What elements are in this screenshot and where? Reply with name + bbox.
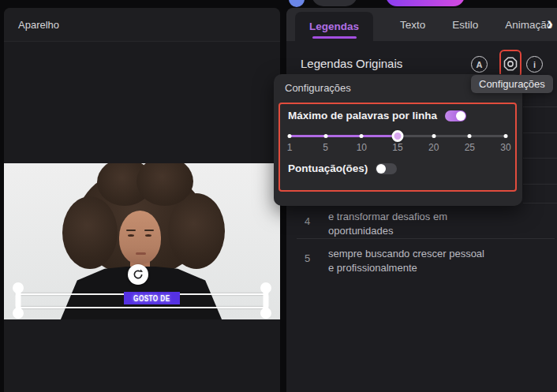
max-words-label: Máximo de palavras por linha [288,110,437,121]
tab-label: Texto [400,19,425,31]
tab-legendas[interactable]: Legendas [295,12,373,41]
bone-handle-icon [12,282,24,319]
export-button[interactable] [386,0,465,6]
list-divider [523,158,557,159]
subject-face-detail [136,252,146,255]
caption-overlay[interactable]: GOSTO DE [124,292,180,304]
list-divider [523,184,557,185]
tab-label: Animação [505,19,552,31]
more-tabs-chevron-icon[interactable]: › [547,15,553,33]
caption-row-text: sempre buscando crescer pessoal e profis… [328,246,484,274]
punctuation-row: Pontuação(ões) [288,162,397,174]
list-divider [523,133,557,133]
max-words-slider[interactable] [290,130,506,143]
preview-panel: Aparelho [4,8,280,392]
tab-texto[interactable]: Texto [400,8,425,41]
preview-panel-title: Aparelho [18,19,59,31]
subject-face [119,211,161,264]
active-tab-underline [312,36,357,39]
punctuation-label: Pontuação(ões) [288,162,368,174]
toggle-knob [456,111,465,121]
list-divider [297,238,555,239]
tick-label: 10 [357,142,367,153]
max-words-toggle[interactable] [445,110,466,121]
caption-resize-handle-left[interactable] [12,282,24,319]
settings-popup-title: Configurações [285,82,351,94]
caption-resize-handle-right[interactable] [260,282,272,319]
max-words-row: Máximo de palavras por linha [288,110,466,121]
caption-overlay-text: GOSTO DE [133,294,170,303]
auto-caption-icon[interactable]: A [471,56,488,73]
slider-tick [504,134,508,138]
info-icon[interactable]: i [526,56,543,73]
subject-face-detail [126,230,136,231]
captions-section-title: Legendas Originais [301,57,402,70]
caption-row-4[interactable]: 4 e transformar desafios em oportunidade… [286,209,557,237]
preview-panel-header: Aparelho [4,8,280,42]
tick-label: 20 [428,142,439,153]
slider-fill [290,135,398,137]
tick-label: 15 [392,142,402,153]
slider-tick [468,134,472,138]
toggle-knob [376,164,386,174]
tab-label: Estilo [452,19,478,31]
tick-label: 5 [323,142,328,153]
gear-tooltip: Configurações [471,75,553,93]
subject-face-detail [144,230,154,231]
tabs-bar: Legendas Texto Estilo Animação › [286,8,557,41]
subject-hair [62,196,118,269]
info-glyph: i [533,60,536,69]
subject-hair [168,193,225,269]
tick-label: 30 [500,142,510,153]
slider-thumb[interactable] [392,130,404,142]
settings-popup: Configurações Máximo de palavras por lin… [274,74,522,206]
slider-tick [432,134,436,138]
caption-selection-line-bottom [16,307,268,308]
list-divider [523,106,557,107]
caption-row-number: 5 [286,246,328,274]
subject-face-detail [145,234,151,237]
tick-label: 25 [465,142,475,153]
tab-animacao[interactable]: Animação [505,8,552,41]
slider-tick [288,134,292,138]
rotate-handle[interactable] [128,264,148,285]
subject-face-detail [128,234,134,237]
list-divider [523,203,557,203]
punctuation-toggle[interactable] [376,163,397,174]
auto-caption-glyph: A [477,60,483,69]
account-avatar[interactable] [289,0,305,7]
tick-label: 1 [287,142,293,153]
slider-tick [360,134,364,138]
top-toolbar-pill[interactable] [312,0,357,6]
caption-row-5[interactable]: 5 sempre buscando crescer pessoal e prof… [286,246,557,274]
caption-row-number: 4 [286,209,328,237]
tab-label: Legendas [309,21,359,32]
slider-tick-labels: 1 5 10 15 20 25 30 [290,142,506,153]
settings-highlight-box: Máximo de palavras por linha 1 5 10 15 2… [278,103,517,192]
video-preview: GOSTO DE [4,163,280,319]
tab-estilo[interactable]: Estilo [452,8,478,41]
rotate-icon [132,268,144,281]
caption-row-text: e transformar desafios em oportunidades [328,209,447,237]
slider-tick [323,134,327,138]
bone-handle-icon [260,282,272,319]
